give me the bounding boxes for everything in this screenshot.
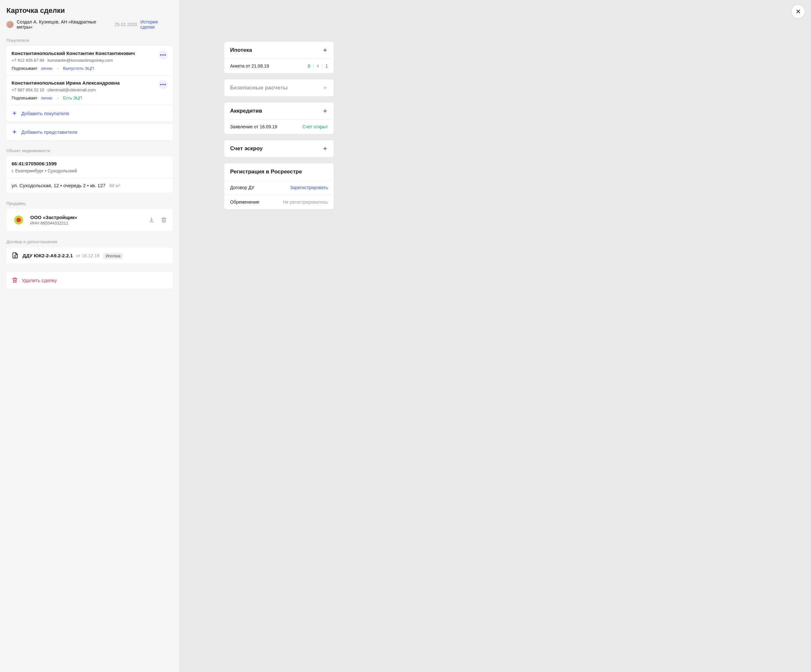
left-column: Карточка сделки Создал А. Кузнецов, АН «…	[0, 0, 179, 672]
delete-seller-button[interactable]	[160, 216, 168, 224]
safe-payments-panel: Безопасные расчеты	[224, 80, 334, 96]
trash-icon	[12, 277, 18, 283]
mortgage-header[interactable]: Ипотека	[224, 42, 334, 59]
rosreestr-row-1: Обременение Не регистрировалось	[224, 195, 334, 209]
right-column: ✕ Ипотека Анкета от 21.08.19 8| 4| 1 Без…	[179, 0, 811, 672]
stat-green: 8	[308, 63, 310, 69]
accred-title: Аккредитив	[230, 108, 262, 114]
property-label: Объект недвижимости	[7, 148, 173, 153]
accreditive-header[interactable]: Аккредитив	[224, 103, 334, 119]
accred-status: Счет открыт	[302, 124, 328, 129]
buyer-name: Константинопольская Ирина Александровна	[12, 80, 120, 86]
creator-text: Создал А. Кузнецов, АН «Квадратные метры…	[17, 19, 111, 30]
buyer-row-1: Константинопольская Ирина Александровна …	[7, 75, 173, 105]
add-rep-card: Добавить представителя	[7, 124, 173, 140]
buyer-phone: +7 987 654 32 10	[12, 88, 44, 92]
more-button[interactable]: •••	[159, 51, 168, 59]
contract-tag: Ипотека	[103, 253, 123, 259]
plus-icon[interactable]	[322, 85, 328, 91]
plus-icon[interactable]	[322, 108, 328, 114]
close-button[interactable]: ✕	[792, 5, 804, 18]
issue-ecp-link[interactable]: Выпустить ЭЦП	[63, 66, 94, 71]
buyer-email: konstantin@konstantinopolsky.com	[48, 58, 113, 63]
contracts-label: Договор и допсоглашения	[7, 239, 173, 244]
sign-mode[interactable]: лично	[41, 66, 53, 71]
arrow-icon: →	[56, 66, 60, 71]
add-rep-button[interactable]: Добавить представителя	[7, 124, 173, 140]
escrow-header[interactable]: Счет эскроу	[224, 140, 334, 157]
safe-payments-header[interactable]: Безопасные расчеты	[224, 80, 334, 96]
download-button[interactable]	[148, 216, 155, 224]
history-link[interactable]: История сделки	[140, 19, 173, 30]
buyer-row-0: Константинопольский Константин Константи…	[7, 46, 173, 75]
more-button[interactable]: •••	[159, 80, 168, 89]
buyer-name: Константинопольский Константин Константи…	[12, 51, 135, 56]
sign-label: Подписывает	[12, 96, 38, 100]
seller-logo	[12, 213, 26, 227]
stat-red: 1	[325, 63, 328, 69]
rosreestr-panel: Регистрация в Росреестре Договор ДУ Заре…	[224, 163, 334, 209]
created-date: 25.02.2020	[115, 22, 137, 27]
buyer-phone: +7 912 435 67 89	[12, 58, 44, 63]
stat-gray: 4	[317, 63, 319, 69]
more-icon: •••	[160, 82, 166, 87]
escrow-title: Счет эскроу	[230, 146, 263, 152]
seller-label: Продавец	[7, 201, 173, 206]
contract-number: ДДУ ЮК2-2-A9.2-2.2.1	[22, 253, 73, 258]
trash-icon	[161, 217, 167, 223]
plus-icon[interactable]	[322, 47, 328, 53]
mortgage-title: Ипотека	[230, 47, 252, 53]
meta-row: Создал А. Кузнецов, АН «Квадратные метры…	[7, 19, 173, 30]
avatar	[7, 21, 14, 28]
buyer-email: clientmail@clientmail.com	[48, 88, 96, 92]
sign-mode[interactable]: лично	[41, 96, 53, 100]
accreditive-row[interactable]: Заявление от 16.09.19 Счет открыт	[224, 119, 334, 134]
buyers-label: Покупатели	[7, 38, 173, 43]
seller-name: ООО «Застройщик»	[30, 215, 143, 220]
property-city: г. Екатеринбург • Суходольский	[12, 168, 168, 173]
accreditive-panel: Аккредитив Заявление от 16.09.19 Счет от…	[224, 103, 334, 134]
reg-status: Не регистрировалось	[283, 200, 328, 205]
plus-icon[interactable]	[322, 146, 328, 152]
safe-title: Безопасные расчеты	[230, 85, 288, 91]
has-ecp-label: Есть ЭЦП	[63, 96, 82, 100]
more-icon: •••	[160, 52, 166, 58]
contract-card[interactable]: ДДУ ЮК2-2-A9.2-2.2.1 от 18.12.19 Ипотека	[7, 247, 173, 264]
register-link[interactable]: Зарегистрировать	[290, 185, 328, 190]
mortgage-row[interactable]: Анкета от 21.08.19 8| 4| 1	[224, 59, 334, 73]
document-icon	[12, 252, 19, 259]
seller-card: ООО «Застройщик» ИНН 665544332211	[7, 209, 173, 231]
rosreestr-row-0[interactable]: Договор ДУ Зарегистрировать	[224, 180, 334, 195]
close-icon: ✕	[796, 8, 801, 15]
cadastral-number: 66:41:0705006:1599	[12, 161, 168, 166]
property-address: ул. Суходольская, 12 • очередь 2 • кв. 1…	[12, 183, 105, 188]
mortgage-panel: Ипотека Анкета от 21.08.19 8| 4| 1	[224, 42, 334, 73]
plus-icon	[12, 110, 17, 116]
page-title: Карточка сделки	[7, 7, 173, 15]
sign-label: Подписывает	[12, 66, 38, 71]
buyers-card: Константинопольский Константин Константи…	[7, 46, 173, 121]
plus-icon	[12, 129, 17, 135]
add-buyer-button[interactable]: Добавить покупателя	[7, 105, 173, 121]
escrow-panel: Счет эскроу	[224, 140, 334, 157]
rosreestr-header[interactable]: Регистрация в Росреестре	[224, 163, 334, 180]
delete-card: Удалить сделку	[7, 272, 173, 289]
seller-inn: ИНН 665544332211	[30, 221, 143, 225]
property-card: 66:41:0705006:1599 г. Екатеринбург • Сух…	[7, 156, 173, 193]
contract-date: от 18.12.19	[76, 253, 99, 258]
delete-deal-button[interactable]: Удалить сделку	[7, 272, 173, 289]
rosreestr-title: Регистрация в Росреестре	[230, 169, 302, 175]
download-icon	[148, 217, 155, 223]
property-area: 88 м²	[109, 183, 120, 188]
arrow-icon: →	[56, 96, 60, 100]
